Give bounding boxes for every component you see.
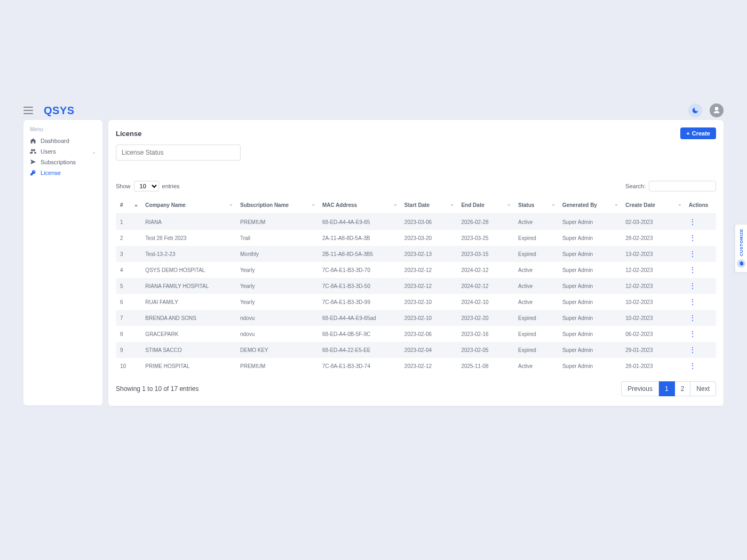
search-label: Search:	[625, 183, 646, 189]
table-cell: 2023-03-06	[400, 214, 457, 230]
create-button-label: Create	[692, 130, 710, 137]
col-mac-address[interactable]: MAC Address	[318, 197, 400, 214]
table-cell: ndovu	[236, 326, 318, 342]
row-action-menu[interactable]: ⋮	[689, 298, 696, 306]
show-label: Show	[116, 183, 131, 189]
col-generated-by[interactable]: Generated By	[558, 197, 621, 214]
table-cell: Trail	[236, 230, 318, 246]
table-row: 8GRACEPARKndovu68-ED-A4-0B-5F-9C2023-02-…	[116, 326, 716, 342]
table-cell: 2023-02-10	[400, 310, 457, 326]
row-action-menu[interactable]: ⋮	[689, 250, 696, 258]
pagination-page-2[interactable]: 2	[675, 381, 691, 396]
table-cell: Test 28 Feb 2023	[141, 230, 236, 246]
table-cell: 2B-11-A8-8D-5A-3B5	[318, 246, 400, 262]
create-button[interactable]: + Create	[680, 127, 716, 139]
col-status[interactable]: Status	[514, 197, 558, 214]
table-cell: RUAI FAMILY	[141, 294, 236, 310]
table-cell: 68-ED-A4-4A-E9-65	[318, 214, 400, 230]
col--[interactable]: #	[116, 197, 141, 214]
table-cell: Active	[514, 262, 558, 278]
col-actions: Actions	[685, 197, 716, 214]
customize-button[interactable]: CUSTOMIZE	[735, 224, 747, 273]
table-cell-actions: ⋮	[685, 342, 716, 358]
table-cell: Super Admin	[558, 278, 621, 294]
table-row: 7BRENDA AND SONSndovu68-ED-A4-4A-E9-65ad…	[116, 310, 716, 326]
table-cell: RIANA	[141, 214, 236, 230]
pagination-next[interactable]: Next	[690, 381, 716, 396]
license-status-filter[interactable]	[116, 145, 241, 161]
pagination-page-1[interactable]: 1	[659, 381, 675, 396]
sidebar-item-label: Subscriptions	[41, 159, 76, 165]
row-action-menu[interactable]: ⋮	[689, 234, 696, 242]
sidebar-item-users[interactable]: Users⌄	[29, 146, 97, 157]
search-input[interactable]	[649, 181, 716, 191]
sidebar-item-license[interactable]: License	[29, 167, 97, 178]
table-cell: Expired	[514, 246, 558, 262]
col-subscription-name[interactable]: Subscription Name	[236, 197, 318, 214]
theme-toggle-button[interactable]	[688, 103, 702, 117]
table-toolbar: Show 10 entries Search:	[116, 181, 716, 191]
table-cell: Super Admin	[558, 230, 621, 246]
col-company-name[interactable]: Company Name	[141, 197, 236, 214]
table-cell: 28-02-2023	[621, 230, 684, 246]
table-cell: Monthly	[236, 246, 318, 262]
table-cell: 10-02-2023	[621, 310, 684, 326]
entries-label: entries	[162, 183, 180, 189]
table-cell: RIANA FAMILY HOSPITAL	[141, 278, 236, 294]
table-cell: 68-ED-A4-4A-E9-65ad	[318, 310, 400, 326]
col-end-date[interactable]: End Date	[457, 197, 514, 214]
table-cell: GRACEPARK	[141, 326, 236, 342]
col-start-date[interactable]: Start Date	[400, 197, 457, 214]
table-cell: 7C-8A-E1-B3-3D-99	[318, 294, 400, 310]
table-cell: 02-03-2023	[621, 214, 684, 230]
user-avatar-button[interactable]	[710, 103, 724, 117]
table-cell: 2A-11-A8-8D-5A-3B	[318, 230, 400, 246]
row-action-menu[interactable]: ⋮	[689, 282, 696, 290]
row-action-menu[interactable]: ⋮	[689, 330, 696, 338]
search-group: Search:	[625, 181, 716, 191]
table-cell: Yearly	[236, 278, 318, 294]
pagination-prev[interactable]: Previous	[621, 381, 659, 396]
table-cell: 2	[116, 230, 141, 246]
table-cell: 28-01-2023	[621, 358, 684, 374]
gear-icon	[737, 259, 745, 268]
table-cell: PRIME HOSPITAL	[141, 358, 236, 374]
main-card: License + Create Show 10 entries Search:…	[108, 120, 724, 406]
table-cell: BRENDA AND SONS	[141, 310, 236, 326]
table-cell: Active	[514, 278, 558, 294]
sidebar-item-dashboard[interactable]: Dashboard	[29, 135, 97, 146]
table-cell: 3	[116, 246, 141, 262]
row-action-menu[interactable]: ⋮	[689, 266, 696, 274]
license-icon	[30, 170, 36, 176]
topbar-right	[688, 103, 724, 117]
table-cell: 06-02-2023	[621, 326, 684, 342]
table-cell: 2024-02-12	[457, 262, 514, 278]
table-cell: 7C-8A-E1-B3-3D-70	[318, 262, 400, 278]
table-cell: 8	[116, 326, 141, 342]
page-title: License	[116, 130, 141, 138]
table-row: 5RIANA FAMILY HOSPITALYearly7C-8A-E1-B3-…	[116, 278, 716, 294]
table-cell: 2023-02-12	[400, 278, 457, 294]
brand-logo[interactable]: QSYS	[44, 105, 75, 117]
table-cell: 2023-03-25	[457, 230, 514, 246]
sidebar-item-subscriptions[interactable]: Subscriptions	[29, 157, 97, 167]
table-cell: Super Admin	[558, 246, 621, 262]
table-cell: 68-ED-A4-22-E5-EE	[318, 342, 400, 358]
table-cell: Expired	[514, 342, 558, 358]
col-create-date[interactable]: Create Date	[621, 197, 684, 214]
table-cell: 7C-8A-E1-B3-3D-50	[318, 278, 400, 294]
row-action-menu[interactable]: ⋮	[689, 218, 696, 226]
table-cell: 2024-02-10	[457, 294, 514, 310]
sidebar-section-label: Menu	[29, 126, 97, 132]
table-cell: 2023-02-04	[400, 342, 457, 358]
table-cell-actions: ⋮	[685, 214, 716, 230]
table-cell: 2025-11-08	[457, 358, 514, 374]
table-cell: PREMIUM	[236, 214, 318, 230]
row-action-menu[interactable]: ⋮	[689, 346, 696, 354]
table-cell: 2023-02-16	[457, 326, 514, 342]
table-cell: 7	[116, 310, 141, 326]
row-action-menu[interactable]: ⋮	[689, 314, 696, 322]
entries-select[interactable]: 10	[134, 181, 159, 191]
row-action-menu[interactable]: ⋮	[689, 362, 696, 370]
hamburger-icon[interactable]	[23, 107, 33, 114]
